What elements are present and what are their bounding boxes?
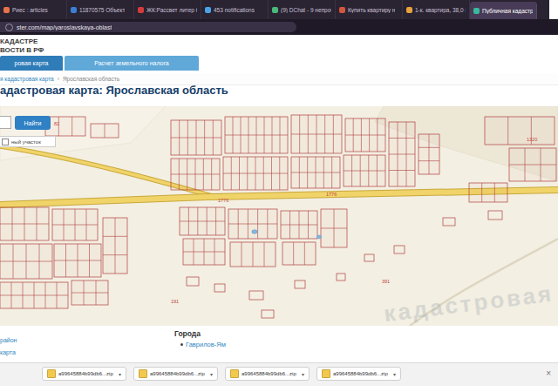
pond (252, 230, 257, 233)
download-item[interactable]: a99645884b99db6...zip▾ (316, 367, 401, 381)
tab-label: 11870575 Объект (79, 7, 125, 13)
browser-tab[interactable]: 1-к. квартира, 38,0 к (403, 0, 470, 19)
city-link-label: Гаврилов-Ям (186, 341, 226, 348)
browser-tab[interactable]: ЖК:Рассвет литер 6 (134, 0, 201, 19)
downloads-close-icon[interactable]: × (546, 368, 551, 380)
tab-label: Купить квартиру н (348, 7, 395, 13)
zip-file-icon (230, 369, 239, 378)
tab-favicon (138, 7, 144, 13)
browser-tab[interactable]: 453 notifications (201, 0, 269, 19)
parcel-number-label: 391 (382, 279, 390, 284)
parcel-number-label: 1320 (527, 137, 537, 142)
parcel-number-label: 82 (54, 121, 59, 126)
tab-favicon (71, 7, 77, 13)
filter-label: ный участок (11, 139, 41, 145)
zip-file-icon (47, 369, 56, 378)
tab-favicon (272, 7, 278, 13)
logo-line2: ВОСТИ В РФ (0, 46, 44, 55)
search-input[interactable] (0, 116, 11, 129)
cadastral-map[interactable]: кадастровая карта 82177617761320391191 (0, 106, 558, 326)
parcel-number-label: 191 (171, 299, 179, 304)
pond (316, 235, 321, 239)
download-item[interactable]: a99645884b99db6...zip▾ (42, 367, 126, 381)
side-link-district[interactable]: район (0, 337, 17, 343)
tab-favicon (473, 8, 480, 14)
browser-tab[interactable]: Купить квартиру н (336, 0, 403, 19)
breadcrumb-root-link[interactable]: я кадастровая карта (0, 76, 54, 82)
tab-label: Публичная кадастр (482, 8, 533, 14)
find-button[interactable]: Найти (15, 116, 51, 130)
tab-favicon (339, 7, 345, 13)
page-title: адастровая карта: Ярославская область (0, 84, 228, 97)
list-bullet (180, 343, 183, 346)
browser-tab[interactable]: (9) DChat - 9 непрочи (269, 0, 336, 19)
parcel-number-label: 1776 (218, 198, 228, 203)
tab-label: (9) DChat - 9 непрочи (281, 7, 331, 13)
window-corner (549, 0, 558, 19)
breadcrumb-separator: › (58, 76, 59, 82)
zip-file-icon (139, 369, 147, 378)
tab-favicon (406, 7, 412, 13)
tab-land-tax[interactable]: Расчет земельного налога (65, 56, 199, 71)
download-chips: a99645884b99db6...zip▾a99645884b99db6...… (42, 367, 401, 381)
download-filename: a99645884b99db6...zip (150, 371, 208, 376)
downloads-bar: a99645884b99db6...zip▾a99645884b99db6...… (0, 362, 558, 386)
logo-line1: КАДАСТРЕ (0, 37, 44, 46)
tab-favicon (3, 7, 10, 13)
site-info-icon[interactable] (5, 24, 13, 31)
chevron-down-icon[interactable]: ▾ (302, 371, 304, 377)
cities-heading: Города (174, 329, 201, 338)
browser-tab[interactable]: Риес : articles (0, 0, 67, 19)
tab-label: Риес : articles (12, 7, 48, 13)
download-filename: a99645884b99db6...zip (333, 371, 391, 376)
breadcrumb-current: Ярославская область (63, 76, 119, 82)
browser-tab-bar: Риес : articles11870575 ОбъектЖК:Рассвет… (0, 0, 549, 19)
download-filename: a99645884b99db6...zip (242, 371, 299, 376)
site-logo[interactable]: КАДАСТРЕ ВОСТИ В РФ (0, 37, 44, 55)
zip-file-icon (322, 369, 330, 378)
browser-tab[interactable]: Публичная кадастр (470, 2, 537, 19)
tab-cadastral-map[interactable]: ровая карта (0, 56, 63, 71)
map-canvas[interactable]: кадастровая карта 82177617761320391191 (0, 106, 558, 326)
tab-label: 453 notifications (214, 7, 255, 13)
tab-label: ЖК:Рассвет литер 6 (146, 7, 197, 13)
chevron-down-icon[interactable]: ▾ (119, 371, 121, 377)
filter-checkbox-row[interactable]: ный участок (0, 136, 56, 147)
chevron-down-icon[interactable]: ▾ (210, 371, 213, 377)
city-link[interactable]: Гаврилов-Ям (180, 341, 226, 348)
parcel-number-label: 1776 (326, 192, 337, 197)
tab-favicon (205, 7, 211, 13)
download-filename: a99645884b99db6...zip (58, 371, 116, 376)
side-link-map[interactable]: карта (0, 349, 16, 355)
tab-label: 1-к. квартира, 38,0 к (415, 7, 466, 13)
download-item[interactable]: a99645884b99db6...zip▾ (225, 367, 310, 381)
address-field[interactable]: ster.com/map/yaroslavskaya-oblast (0, 22, 296, 32)
download-item[interactable]: a99645884b99db6...zip▾ (133, 367, 218, 381)
url-text[interactable]: ster.com/map/yaroslavskaya-oblast (17, 24, 112, 30)
chevron-down-icon[interactable]: ▾ (393, 371, 396, 377)
browser-tab[interactable]: 11870575 Объект (67, 0, 134, 19)
checkbox[interactable] (2, 139, 9, 145)
